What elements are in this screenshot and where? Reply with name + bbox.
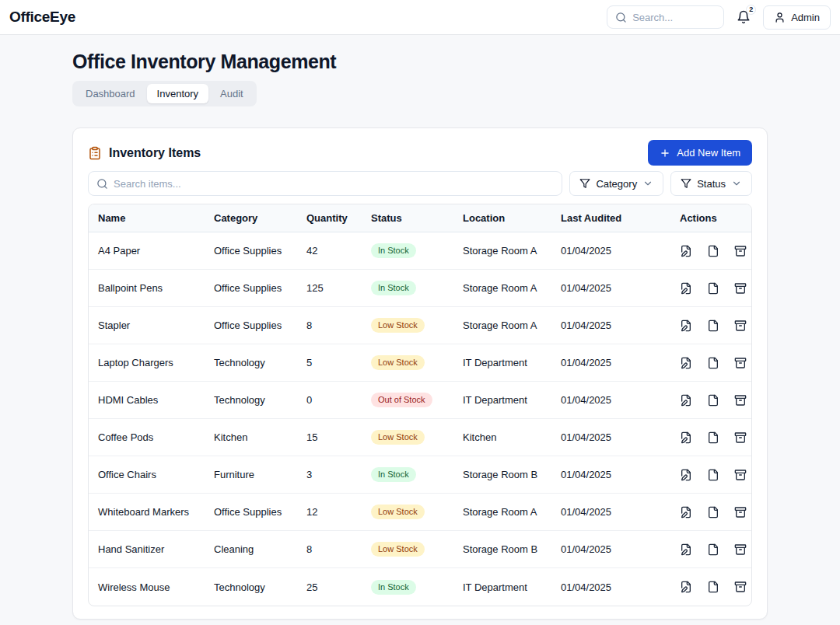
item-quantity: 5: [297, 357, 362, 368]
archive-item-button[interactable]: [734, 245, 747, 257]
archive-item-button[interactable]: [734, 357, 747, 369]
file-icon: [707, 282, 719, 295]
edit-item-button[interactable]: [680, 357, 692, 369]
tab-audit[interactable]: Audit: [210, 84, 254, 103]
column-header-name: Name: [89, 212, 205, 224]
file-pen-icon: [680, 282, 692, 295]
item-last-audited: 01/04/2025: [551, 319, 670, 331]
search-icon: [615, 12, 627, 23]
view-item-button[interactable]: [707, 282, 719, 295]
chevron-down-icon: [642, 178, 653, 189]
view-item-button[interactable]: [707, 245, 719, 257]
item-category: Furniture: [205, 469, 297, 480]
file-icon: [707, 469, 719, 481]
table-row: A4 Paper Office Supplies 42 In Stock Sto…: [89, 232, 751, 270]
admin-button-label: Admin: [791, 12, 820, 23]
item-last-audited: 01/04/2025: [551, 581, 670, 593]
status-badge: In Stock: [371, 580, 416, 595]
global-search-input[interactable]: [632, 12, 716, 23]
panel-header: Inventory Items Add New Item: [88, 140, 752, 166]
edit-item-button[interactable]: [680, 394, 692, 407]
archive-item-button[interactable]: [734, 319, 747, 332]
archive-item-button[interactable]: [734, 543, 747, 556]
file-icon: [707, 319, 719, 332]
view-item-button[interactable]: [707, 543, 719, 556]
item-category: Technology: [205, 581, 297, 593]
column-header-location: Location: [453, 212, 551, 224]
notifications-button[interactable]: 2: [733, 7, 754, 27]
table-row: Whiteboard Markers Office Supplies 12 Lo…: [89, 494, 751, 531]
add-new-item-button[interactable]: Add New Item: [648, 140, 752, 166]
item-actions: [670, 282, 752, 295]
archive-item-button[interactable]: [734, 431, 747, 444]
item-last-audited: 01/04/2025: [551, 543, 670, 555]
status-badge: Low Stock: [371, 318, 425, 333]
item-quantity: 0: [297, 394, 362, 406]
archive-item-button[interactable]: [734, 282, 747, 295]
item-actions: [670, 581, 752, 593]
inventory-table: Name Category Quantity Status Location L…: [88, 204, 752, 606]
archive-item-button[interactable]: [734, 469, 747, 481]
view-item-button[interactable]: [707, 357, 719, 369]
admin-button[interactable]: Admin: [763, 5, 831, 30]
view-item-button[interactable]: [707, 394, 719, 407]
archive-item-button[interactable]: [734, 581, 747, 593]
item-location: Storage Room A: [453, 506, 551, 518]
user-icon: [774, 12, 786, 23]
edit-item-button[interactable]: [680, 469, 692, 481]
archive-icon: [734, 394, 747, 407]
panel-title: Inventory Items: [109, 146, 201, 160]
item-actions: [670, 431, 752, 444]
global-search[interactable]: [607, 5, 724, 29]
item-last-audited: 01/04/2025: [551, 245, 670, 257]
status-filter-button[interactable]: Status: [670, 171, 752, 196]
topbar: OfficeEye 2 Admin: [0, 0, 840, 35]
item-status-cell: In Stock: [362, 580, 453, 595]
edit-item-button[interactable]: [680, 319, 692, 332]
item-quantity: 8: [297, 319, 362, 331]
status-filter-label: Status: [697, 178, 726, 190]
tab-dashboard[interactable]: Dashboard: [75, 84, 145, 103]
view-item-button[interactable]: [707, 506, 719, 519]
edit-item-button[interactable]: [680, 245, 692, 257]
item-name: Laptop Chargers: [89, 357, 205, 368]
tab-inventory[interactable]: Inventory: [147, 84, 208, 103]
panel-title-group: Inventory Items: [88, 146, 201, 160]
notification-badge: 2: [746, 5, 756, 15]
file-icon: [707, 245, 719, 257]
status-badge: In Stock: [371, 281, 416, 295]
file-icon: [707, 506, 719, 519]
archive-item-button[interactable]: [734, 506, 747, 519]
items-search[interactable]: [88, 171, 562, 196]
edit-item-button[interactable]: [680, 543, 692, 556]
item-category: Cleaning: [205, 543, 297, 555]
item-quantity: 25: [297, 581, 362, 593]
archive-icon: [734, 282, 747, 295]
item-name: Coffee Pods: [89, 431, 205, 443]
table-row: Wireless Mouse Technology 25 In Stock IT…: [89, 568, 751, 606]
view-item-button[interactable]: [707, 581, 719, 593]
item-name: Stapler: [89, 319, 205, 331]
view-item-button[interactable]: [707, 319, 719, 332]
item-status-cell: In Stock: [362, 243, 453, 258]
category-filter-button[interactable]: Category: [569, 171, 663, 196]
archive-item-button[interactable]: [734, 394, 747, 407]
edit-item-button[interactable]: [680, 581, 692, 593]
item-location: IT Department: [453, 357, 551, 368]
item-category: Kitchen: [205, 431, 297, 443]
funnel-icon: [579, 178, 590, 189]
view-item-button[interactable]: [707, 431, 719, 444]
edit-item-button[interactable]: [680, 282, 692, 295]
app-logo[interactable]: OfficeEye: [9, 9, 75, 26]
view-item-button[interactable]: [707, 469, 719, 481]
edit-item-button[interactable]: [680, 431, 692, 444]
item-status-cell: Low Stock: [362, 318, 453, 333]
item-status-cell: Low Stock: [362, 505, 453, 519]
item-quantity: 15: [297, 431, 362, 443]
edit-item-button[interactable]: [680, 506, 692, 519]
archive-icon: [734, 319, 747, 332]
file-pen-icon: [680, 319, 692, 332]
item-status-cell: In Stock: [362, 281, 453, 295]
item-category: Office Supplies: [205, 282, 297, 294]
items-search-input[interactable]: [114, 178, 554, 190]
